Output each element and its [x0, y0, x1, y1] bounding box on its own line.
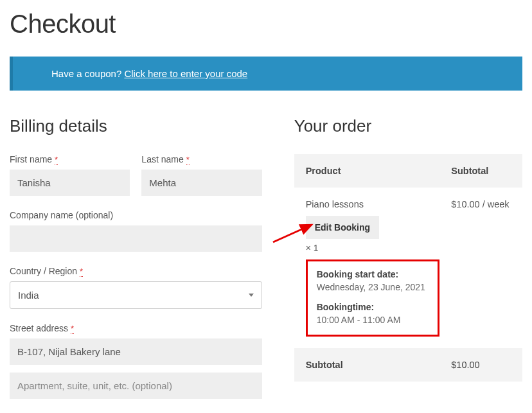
required-mark: *	[186, 155, 190, 165]
order-item-qty: × 1	[306, 243, 440, 253]
billing-section: Billing details First name * Last name *…	[10, 116, 262, 399]
order-table: Product Subtotal Piano lessons Edit Book…	[294, 154, 522, 382]
booking-start-label: Booking start date:	[317, 269, 429, 279]
required-mark: *	[80, 267, 83, 277]
required-mark: *	[55, 155, 58, 165]
company-field[interactable]	[10, 225, 262, 252]
order-item-name: Piano lessons	[306, 199, 440, 209]
required-mark: *	[71, 324, 74, 334]
edit-booking-button[interactable]: Edit Booking	[306, 216, 379, 239]
coupon-text: Have a coupon?	[51, 68, 124, 79]
apartment-field[interactable]	[10, 373, 262, 399]
booking-time-value: 10:00 AM - 11:00 AM	[317, 313, 429, 327]
first-name-field[interactable]	[10, 170, 130, 196]
order-section: Your order Product Subtotal Piano lesson…	[294, 116, 522, 399]
order-subtotal-label: Subtotal	[294, 348, 452, 382]
order-item-price: $10.00 / week	[451, 188, 522, 348]
street-label: Street address *	[10, 323, 262, 333]
country-value: India	[18, 290, 39, 301]
order-col-product: Product	[294, 154, 452, 188]
street-field[interactable]	[10, 338, 262, 365]
last-name-label: Last name *	[141, 154, 262, 164]
booking-time-label: Bookingtime:	[317, 302, 429, 312]
country-select[interactable]: India	[10, 281, 262, 309]
billing-heading: Billing details	[10, 116, 262, 136]
order-subtotal-value: $10.00	[451, 348, 522, 382]
order-item-row: Piano lessons Edit Booking × 1 Booking s…	[294, 188, 522, 348]
booking-details-box: Booking start date: Wednesday, 23 June, …	[306, 259, 440, 337]
company-label: Company name (optional)	[10, 210, 262, 220]
country-label: Country / Region *	[10, 266, 262, 276]
coupon-link[interactable]: Click here to enter your code	[124, 68, 247, 79]
booking-start-value: Wednesday, 23 June, 2021	[317, 281, 429, 294]
first-name-label: First name *	[10, 154, 130, 164]
page-title: Checkout	[10, 10, 522, 39]
last-name-field[interactable]	[141, 170, 262, 196]
order-col-subtotal: Subtotal	[451, 154, 522, 188]
order-heading: Your order	[294, 116, 522, 136]
coupon-notice: Have a coupon? Click here to enter your …	[10, 57, 522, 91]
chevron-down-icon	[249, 294, 254, 297]
